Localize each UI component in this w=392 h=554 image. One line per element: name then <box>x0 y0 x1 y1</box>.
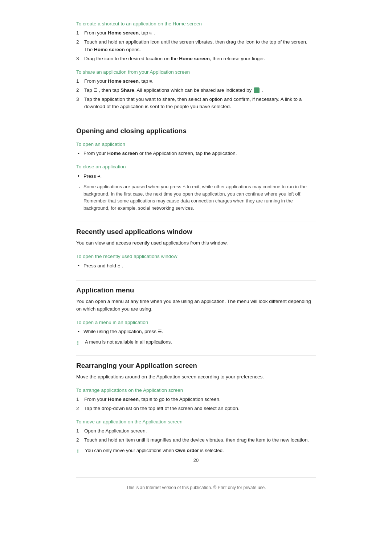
step-item: 1From your Home screen, tap ⊞. <box>76 78 316 85</box>
heading-rearranging: Rearranging your Application screen <box>76 356 316 370</box>
app-menu-desc: You can open a menu at any time when you… <box>76 298 316 313</box>
open-menu-bullets: While using the application, press ☰. <box>76 328 316 336</box>
section-open-app: To open an application From your Home sc… <box>76 141 316 157</box>
note-item: !A menu is not available in all applicat… <box>76 338 316 346</box>
section-arrange-apps: To arrange applications on the Applicati… <box>76 387 316 413</box>
heading-app-menu: Application menu <box>76 280 316 294</box>
bullet-item: While using the application, press ☰. <box>76 328 316 336</box>
open-menu-title: To open a menu in an application <box>76 320 316 325</box>
step-item: 2Touch and hold an item until it magnifi… <box>76 436 316 444</box>
section-move-app: To move an application on the Applicatio… <box>76 419 316 454</box>
heading-opening-closing: Opening and closing applications <box>76 121 316 135</box>
bullet-item: From your Home screen or the Application… <box>76 150 316 157</box>
open-app-title: To open an application <box>76 141 316 147</box>
rearranging-desc: Move the applications around on the Appl… <box>76 373 316 381</box>
section-open-menu: To open a menu in an application While u… <box>76 320 316 345</box>
open-menu-note: !A menu is not available in all applicat… <box>76 338 316 346</box>
step-item: 3Tap the application that you want to sh… <box>76 96 316 111</box>
section-open-recently: To open the recently used applications w… <box>76 254 316 270</box>
create-shortcut-steps: 1From your Home screen, tap ⊞ . 2Touch a… <box>76 29 316 63</box>
recently-used-desc: You can view and access recently used ap… <box>76 239 316 247</box>
section-share-app: To share an application from your Applic… <box>76 69 316 111</box>
heading-recently-used: Recently used applications window <box>76 222 316 236</box>
step-item: 2Touch and hold an application icon unti… <box>76 38 316 54</box>
page-container: To create a shortcut to an application o… <box>54 0 338 519</box>
arrange-apps-title: To arrange applications on the Applicati… <box>76 387 316 393</box>
page-footer: This is an Internet version of this publ… <box>76 477 316 490</box>
share-app-steps: 1From your Home screen, tap ⊞. 2Tap ☰ , … <box>76 78 316 111</box>
section-create-shortcut: To create a shortcut to an application o… <box>76 21 316 63</box>
move-app-title: To move an application on the Applicatio… <box>76 419 316 424</box>
step-item: 2Tap the drop-down list on the top left … <box>76 405 316 413</box>
bullet-item: Press ↩. <box>76 172 316 180</box>
share-app-title: To share an application from your Applic… <box>76 69 316 75</box>
step-item: 3Drag the icon to the desired location o… <box>76 55 316 63</box>
open-recently-bullets: Press and hold ⌂ . <box>76 262 316 270</box>
section-close-app: To close an application Press ↩. Some ap… <box>76 164 316 212</box>
step-item: 1From your Home screen, tap ⊞ to go to t… <box>76 396 316 403</box>
step-item: 2Tap ☰ , then tap Share. All application… <box>76 87 316 94</box>
page-number: 20 <box>76 457 316 463</box>
close-app-title: To close an application <box>76 164 316 169</box>
note-item: !You can only move your applications whe… <box>76 447 316 454</box>
create-shortcut-title: To create a shortcut to an application o… <box>76 21 316 26</box>
bullet-item: Press and hold ⌂ . <box>76 262 316 270</box>
move-app-note: !You can only move your applications whe… <box>76 447 316 454</box>
close-app-note: Some applications are paused when you pr… <box>76 183 316 212</box>
arrange-apps-steps: 1From your Home screen, tap ⊞ to go to t… <box>76 396 316 413</box>
move-app-steps: 1Open the Application screen. 2Touch and… <box>76 427 316 444</box>
step-item: 1From your Home screen, tap ⊞ . <box>76 29 316 37</box>
close-app-bullets: Press ↩. <box>76 172 316 180</box>
open-app-bullets: From your Home screen or the Application… <box>76 150 316 157</box>
note-item: Some applications are paused when you pr… <box>76 183 316 212</box>
open-recently-title: To open the recently used applications w… <box>76 254 316 259</box>
step-item: 1Open the Application screen. <box>76 427 316 435</box>
